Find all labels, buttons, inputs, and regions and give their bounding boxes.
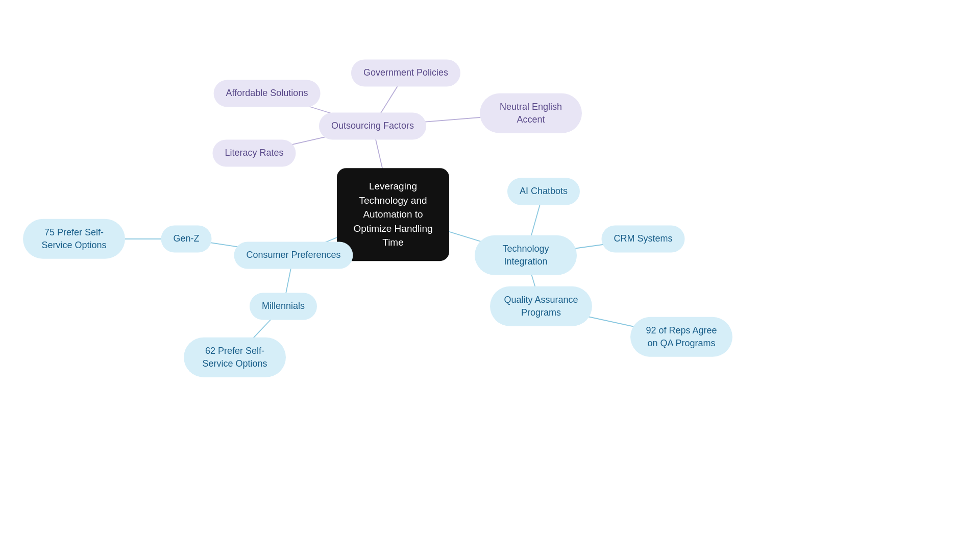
node-qa[interactable]: Quality Assurance Programs [490, 286, 592, 326]
node-consumer[interactable]: Consumer Preferences [234, 242, 353, 269]
node-affordable[interactable]: Affordable Solutions [214, 80, 321, 107]
node-genz[interactable]: Gen-Z [161, 225, 211, 252]
center-node[interactable]: Leveraging Technology and Automation to … [337, 168, 449, 261]
node-ai[interactable]: AI Chatbots [507, 178, 580, 205]
node-self75[interactable]: 75 Prefer Self-Service Options [23, 219, 125, 259]
node-millennials[interactable]: Millennials [250, 293, 317, 320]
node-literacy[interactable]: Literacy Rates [212, 139, 296, 166]
node-neutral[interactable]: Neutral English Accent [480, 93, 582, 133]
connections-svg [0, 0, 980, 553]
mindmap-container: Leveraging Technology and Automation to … [0, 0, 980, 553]
node-self62[interactable]: 62 Prefer Self-Service Options [184, 338, 286, 377]
node-outsourcing[interactable]: Outsourcing Factors [319, 112, 426, 139]
node-reps92[interactable]: 92 of Reps Agree on QA Programs [630, 317, 732, 357]
node-tech[interactable]: Technology Integration [475, 235, 577, 275]
node-crm[interactable]: CRM Systems [601, 225, 684, 252]
node-gov[interactable]: Government Policies [351, 59, 460, 86]
